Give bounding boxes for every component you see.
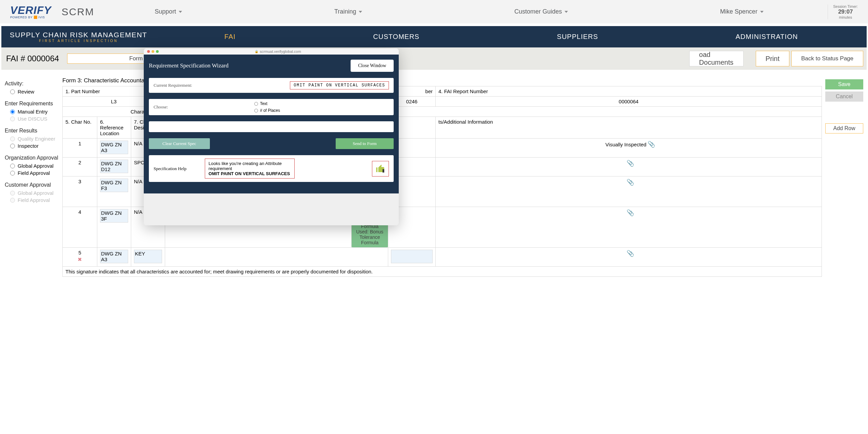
thumbs-up-box[interactable] xyxy=(372,161,389,177)
desig-input[interactable] xyxy=(134,250,162,263)
nav-training-label: Training xyxy=(334,8,356,15)
radio-inspector-input[interactable] xyxy=(10,144,15,148)
thumbs-up-icon xyxy=(375,164,386,174)
radio-ga2-input xyxy=(10,191,15,195)
choose-places-option[interactable]: # of Places xyxy=(254,108,280,113)
radio-review-input[interactable] xyxy=(10,89,15,94)
spec-help-message: Looks like you're creating an Attribute … xyxy=(205,159,295,179)
current-requirement-panel: Current Requirement: OMIT PAINT ON VERTI… xyxy=(149,78,394,93)
right-rail: Save Cancel Add Row xyxy=(825,73,863,277)
radio-field-approval-2[interactable]: Field Approval xyxy=(10,197,59,203)
tab-suppliers[interactable]: SUPPLIERS xyxy=(557,33,598,41)
nav-support[interactable]: Support xyxy=(155,8,182,15)
hidden-cell xyxy=(165,248,388,267)
main-nav-subtitle-text: FIRST ARTICLE INSPECTION xyxy=(1,39,156,43)
ref-input[interactable] xyxy=(100,179,128,192)
paperclip-icon[interactable]: 📎 xyxy=(627,179,631,186)
radio-global-approval-2[interactable]: Global Approval xyxy=(10,190,59,196)
chevron-down-icon xyxy=(179,11,182,13)
ref-input[interactable] xyxy=(100,250,128,263)
ref-input[interactable] xyxy=(100,141,128,154)
minimize-dot-icon[interactable] xyxy=(152,50,154,53)
session-timer-time: 29:07 xyxy=(833,8,858,15)
choose-text-radio[interactable] xyxy=(254,102,258,106)
formula-pill: Formula Used: Bonus Tolerance Formula xyxy=(352,222,388,247)
val-fai-report: 0000064 xyxy=(436,97,822,107)
radio-ga-input[interactable] xyxy=(10,164,15,168)
comments-cell: 📎 xyxy=(436,248,822,267)
radio-fa-input[interactable] xyxy=(10,171,15,175)
paperclip-icon[interactable]: 📎 xyxy=(627,250,631,257)
radio-manual-entry[interactable]: Manual Entry xyxy=(10,109,59,115)
char-no: 4 xyxy=(63,207,97,248)
radio-qe-label: Quality Engineer xyxy=(18,136,55,142)
char-no: 1 xyxy=(63,139,97,158)
save-button[interactable]: Save xyxy=(825,79,863,89)
chevron-down-icon xyxy=(565,11,568,13)
choose-label: Choose: xyxy=(154,104,168,110)
logo-scrm: SCRM xyxy=(62,6,94,18)
radio-review[interactable]: Review xyxy=(10,89,59,95)
radio-global-approval[interactable]: Global Approval xyxy=(10,163,59,169)
nav-training[interactable]: Training xyxy=(334,8,362,15)
current-requirement-label: Current Requirement: xyxy=(154,83,192,88)
back-to-status-button[interactable]: Back to Status Page xyxy=(791,51,863,66)
logo-main-text: VERIFY xyxy=(10,5,52,16)
ref-input[interactable] xyxy=(100,160,128,173)
extra-input[interactable] xyxy=(391,250,433,263)
choose-options: Text # of Places xyxy=(254,101,280,113)
enter-requirements-heading: Enter Requirements xyxy=(5,101,59,107)
tab-customers[interactable]: CUSTOMERS xyxy=(373,33,419,41)
paperclip-icon[interactable]: 📎 xyxy=(648,141,652,148)
close-dot-icon[interactable] xyxy=(147,50,150,53)
nav-user-label: Mike Spencer xyxy=(720,8,757,15)
extra-cell xyxy=(388,248,436,267)
char-no: 2 xyxy=(63,158,97,177)
radio-quality-engineer[interactable]: Quality Engineer xyxy=(10,136,59,142)
radio-fa2-label: Field Approval xyxy=(18,197,50,203)
logo[interactable]: VERIFY POWERED BY 🟧 IVIS xyxy=(10,5,52,19)
wizard-input-panel[interactable] xyxy=(149,121,394,132)
radio-inspector[interactable]: Inspector xyxy=(10,143,59,149)
tab-fai[interactable]: FAI xyxy=(224,33,236,41)
choose-panel: Choose: Text # of Places xyxy=(149,99,394,115)
sidebar: Activity: Review Enter Requirements Manu… xyxy=(5,73,59,277)
lock-icon: 🔒 xyxy=(255,50,258,53)
radio-ga2-label: Global Approval xyxy=(18,190,54,196)
hdr-fai-report: 4. FAI Report Number xyxy=(436,86,822,97)
modal-titlebar: 🔒scrmuat.verifyglobal.com xyxy=(144,48,399,55)
help-line-1: Looks like you're creating an Attribute … xyxy=(209,161,291,171)
tab-administration[interactable]: ADMINISTRATION xyxy=(736,33,798,41)
main-nav: SUPPLY CHAIN RISK MANAGEMENT FIRST ARTIC… xyxy=(1,26,867,47)
paperclip-icon[interactable]: 📎 xyxy=(627,209,631,216)
nav-guides[interactable]: Customer Guides xyxy=(514,8,568,15)
nav-user[interactable]: Mike Spencer xyxy=(720,8,764,15)
radio-use-discus[interactable]: Use DISCUS xyxy=(10,116,59,122)
radio-manual-input[interactable] xyxy=(10,109,15,114)
modal-title: Requirement Specification Wizard xyxy=(149,62,229,69)
send-to-form-button[interactable]: Send to Form xyxy=(336,138,394,149)
radio-review-label: Review xyxy=(18,89,34,95)
ref-input[interactable] xyxy=(100,209,128,223)
modal-footer xyxy=(144,193,399,225)
fai-id: FAI # 0000064 xyxy=(6,54,59,63)
col-char-no: 5. Char No. xyxy=(63,117,97,139)
clear-spec-button[interactable]: Clear Current Spec xyxy=(149,138,210,149)
paperclip-icon[interactable]: 📎 xyxy=(627,160,631,167)
radio-field-approval[interactable]: Field Approval xyxy=(10,170,59,176)
choose-places-radio[interactable] xyxy=(254,109,258,112)
logo-area: VERIFY POWERED BY 🟧 IVIS SCRM xyxy=(10,5,96,19)
maximize-dot-icon[interactable] xyxy=(156,50,159,53)
main-nav-title-text: SUPPLY CHAIN RISK MANAGEMENT xyxy=(1,31,156,39)
remove-row-icon[interactable]: ✖ xyxy=(65,256,94,263)
radio-qe-input xyxy=(10,137,15,141)
close-window-button[interactable]: Close Window xyxy=(351,60,394,72)
modal-header-row: Requirement Specification Wizard Close W… xyxy=(149,60,394,72)
radio-ga-label: Global Approval xyxy=(18,163,54,169)
print-button[interactable]: Print xyxy=(756,51,789,66)
add-row-button[interactable]: Add Row xyxy=(825,123,863,133)
desig-cell xyxy=(131,248,165,267)
upload-documents-button[interactable]: oad Documents xyxy=(689,51,744,66)
choose-text-option[interactable]: Text xyxy=(254,101,280,106)
session-timer: Session Timer: 29:07 minutes xyxy=(828,4,858,19)
